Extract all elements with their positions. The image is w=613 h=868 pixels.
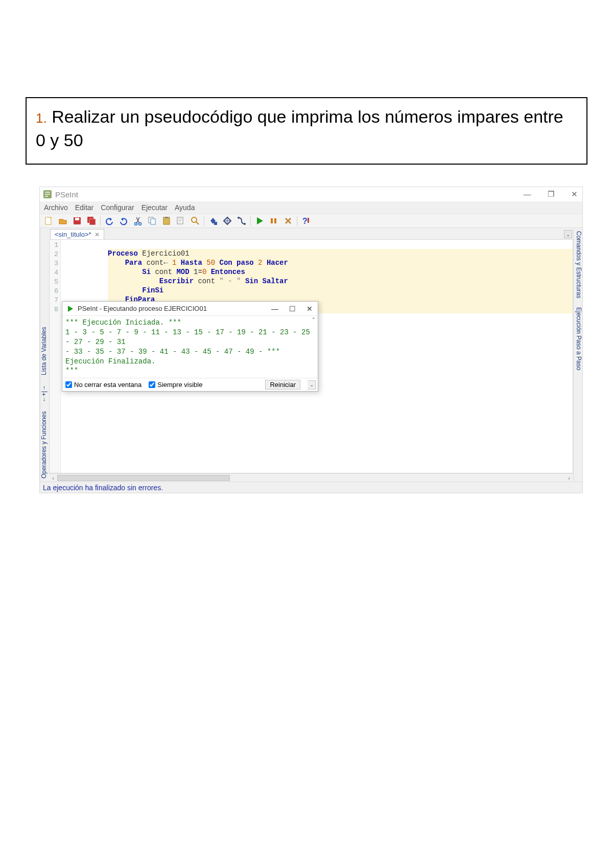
line-number: 3 bbox=[50, 259, 58, 268]
toolbar-new-icon[interactable] bbox=[42, 215, 55, 227]
svg-rect-1 bbox=[45, 217, 51, 224]
left-side-panels: Operadores y Funciones ←+|→ Lista de Var… bbox=[40, 228, 49, 482]
string: " - " bbox=[219, 277, 241, 285]
menu-editar[interactable]: Editar bbox=[75, 203, 94, 212]
exec-footer: No cerrar esta ventana Siempre visible R… bbox=[62, 378, 318, 391]
execution-window: PSeInt - Ejecutando proceso EJERCICIO01 … bbox=[62, 301, 318, 392]
svg-point-15 bbox=[238, 217, 240, 219]
menu-configurar[interactable]: Configurar bbox=[101, 203, 134, 212]
window-close-button[interactable]: ✕ bbox=[568, 190, 580, 199]
indent bbox=[108, 259, 125, 267]
checkbox-no-cerrar[interactable]: No cerrar esta ventana bbox=[65, 381, 142, 389]
toolbar-desk-icon[interactable] bbox=[235, 215, 248, 227]
kw-hasta: Hasta bbox=[176, 259, 206, 267]
checkbox-input[interactable] bbox=[149, 381, 155, 388]
checkbox-label: Siempre visible bbox=[157, 381, 202, 389]
text: cont bbox=[151, 268, 176, 276]
code-editor[interactable]: 1 2 3 4 5 6 7 8 Proceso Ejercicio01 Para… bbox=[49, 239, 573, 473]
gutter: 1 2 3 4 5 6 7 8 bbox=[50, 240, 61, 473]
tab-sin-titulo[interactable]: <sin_titulo>* ✕ bbox=[50, 229, 104, 239]
exec-line: *** Ejecución Iniciada. *** bbox=[65, 318, 311, 328]
panel-lista-variables[interactable]: Lista de Variables bbox=[40, 327, 49, 376]
svg-rect-5 bbox=[89, 219, 96, 225]
menu-archivo[interactable]: Archivo bbox=[44, 203, 68, 212]
statusbar: La ejecución ha finalizado sin errores. bbox=[40, 482, 582, 493]
exec-line: 1 - 3 - 5 - 7 - 9 - 11 - 13 - 15 - 17 - … bbox=[65, 328, 311, 347]
right-side-panels: Comandos y Estructuras Ejecución Paso a … bbox=[573, 228, 582, 482]
toolbar-indent-icon[interactable] bbox=[188, 215, 202, 227]
scroll-thumb[interactable] bbox=[57, 475, 230, 481]
svg-point-13 bbox=[192, 217, 197, 222]
exec-line: *** bbox=[65, 366, 311, 376]
kw-hacer: Hacer bbox=[263, 259, 288, 267]
window-title: PSeInt bbox=[55, 190, 521, 199]
scroll-left-icon[interactable]: ‹ bbox=[49, 475, 57, 481]
svg-rect-17 bbox=[271, 218, 273, 223]
window-minimize-button[interactable]: — bbox=[521, 190, 533, 199]
line-number: 1 bbox=[50, 241, 58, 250]
kw-proceso: Proceso bbox=[108, 249, 138, 258]
toolbar-save-icon[interactable] bbox=[70, 215, 84, 227]
toolbar-saveall-icon[interactable] bbox=[85, 215, 98, 227]
exec-titlebar: PSeInt - Ejecutando proceso EJERCICIO01 … bbox=[62, 302, 318, 316]
kw-sinsaltar: Sin Saltar bbox=[241, 277, 288, 285]
svg-point-16 bbox=[244, 223, 246, 225]
toolbar-open-icon[interactable] bbox=[56, 215, 69, 227]
horizontal-scrollbar[interactable]: ‹ › bbox=[49, 473, 573, 482]
svg-point-6 bbox=[135, 223, 137, 225]
checkbox-input[interactable] bbox=[65, 381, 72, 388]
exec-minimize-button[interactable]: — bbox=[270, 305, 280, 313]
reiniciar-dropdown-icon[interactable]: ⌄ bbox=[308, 380, 316, 390]
panel-separator-icon: ←+|→ bbox=[40, 384, 49, 402]
toolbar-separator bbox=[250, 216, 251, 226]
panel-operadores-funciones[interactable]: Operadores y Funciones bbox=[40, 412, 49, 478]
tab-close-icon[interactable]: ✕ bbox=[95, 231, 100, 238]
indent bbox=[108, 286, 142, 294]
svg-rect-9 bbox=[151, 219, 155, 224]
kw-si: Si bbox=[142, 268, 151, 276]
svg-rect-10 bbox=[163, 217, 170, 224]
toolbar-paste-icon[interactable] bbox=[160, 215, 173, 227]
checkbox-label: No cerrar esta ventana bbox=[74, 381, 142, 389]
menu-ayuda[interactable]: Ayuda bbox=[175, 203, 195, 212]
toolbar-find-icon[interactable] bbox=[174, 215, 187, 227]
exercise-box: 1. Realizar un pseudocódigo que imprima … bbox=[26, 97, 587, 165]
indent bbox=[108, 268, 142, 276]
tab-label: <sin_titulo>* bbox=[55, 231, 91, 238]
scroll-track[interactable] bbox=[57, 474, 565, 482]
toolbar-help-icon[interactable]: ? bbox=[299, 215, 313, 227]
svg-rect-11 bbox=[165, 217, 168, 218]
panel-ejecucion-paso[interactable]: Ejecución Paso a Paso bbox=[574, 307, 582, 370]
panel-comandos-estructuras[interactable]: Comandos y Estructuras bbox=[574, 231, 582, 298]
toolbar-redo-icon[interactable] bbox=[117, 215, 130, 227]
tab-dropdown-icon[interactable]: ⌄ bbox=[564, 230, 572, 238]
line-number: 6 bbox=[50, 287, 58, 296]
exec-maximize-button[interactable]: ☐ bbox=[287, 305, 297, 313]
exec-line: - 33 - 35 - 37 - 39 - 41 - 43 - 45 - 47 … bbox=[65, 347, 311, 367]
toolbar-cut-icon[interactable] bbox=[131, 215, 145, 227]
exercise-number: 1. bbox=[36, 110, 47, 126]
menu-ejecutar[interactable]: Ejecutar bbox=[142, 203, 168, 212]
toolbar-step-icon[interactable] bbox=[267, 215, 280, 227]
text: 1= bbox=[190, 268, 202, 276]
workspace: Operadores y Funciones ←+|→ Lista de Var… bbox=[40, 228, 582, 482]
toolbar-stop-icon[interactable] bbox=[281, 215, 295, 227]
toolbar-run-icon[interactable] bbox=[253, 215, 266, 227]
reiniciar-button[interactable]: Reiniciar bbox=[265, 380, 300, 390]
pseint-window: PSeInt — ❐ ✕ Archivo Editar Configurar E… bbox=[39, 187, 583, 493]
toolbar-flowchart-icon[interactable] bbox=[206, 215, 220, 227]
window-maximize-button[interactable]: ❐ bbox=[545, 190, 557, 199]
ident: Ejercicio01 bbox=[138, 249, 190, 258]
exec-output: ˄ *** Ejecución Iniciada. *** 1 - 3 - 5 … bbox=[62, 316, 318, 378]
line-number: 8 bbox=[50, 305, 58, 314]
scroll-up-icon[interactable]: ˄ bbox=[311, 317, 317, 324]
toolbar: ? bbox=[40, 214, 582, 228]
line-number: 2 bbox=[50, 250, 58, 259]
scroll-right-icon[interactable]: › bbox=[565, 475, 573, 481]
toolbar-nschart-icon[interactable] bbox=[221, 215, 234, 227]
exec-close-button[interactable]: ✕ bbox=[304, 305, 315, 313]
toolbar-undo-icon[interactable] bbox=[103, 215, 116, 227]
num: 50 bbox=[206, 259, 215, 267]
toolbar-copy-icon[interactable] bbox=[146, 215, 159, 227]
checkbox-siempre-visible[interactable]: Siempre visible bbox=[149, 381, 202, 389]
